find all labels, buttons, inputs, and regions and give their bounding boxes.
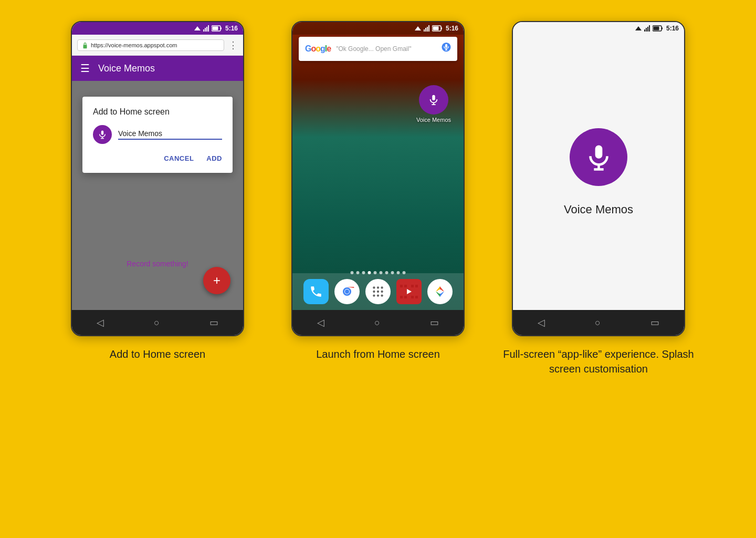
svg-rect-54 <box>644 29 645 32</box>
caption-3: Full-screen “app-like” experience. Splas… <box>499 347 698 376</box>
svg-rect-1 <box>203 29 204 32</box>
svg-rect-7 <box>212 27 218 30</box>
dock-video[interactable] <box>396 279 422 304</box>
nav-bar-2: ◁ ○ ▭ <box>292 310 464 335</box>
dialog-input-row <box>93 125 222 144</box>
svg-rect-45 <box>415 285 418 287</box>
dialog-name-input[interactable] <box>118 129 222 140</box>
dialog-app-icon <box>93 125 112 144</box>
splash-app-icon <box>570 128 627 186</box>
home-app-icon <box>419 85 448 115</box>
svg-rect-43 <box>400 285 403 287</box>
svg-rect-44 <box>400 296 403 298</box>
dock-phone[interactable] <box>303 279 329 304</box>
nav-bar-3: ◁ ○ ▭ <box>513 310 684 335</box>
dock <box>292 273 464 310</box>
wifi-icon-3 <box>635 25 642 32</box>
svg-rect-8 <box>83 45 87 48</box>
browser-bar: https://voice-memos.appspot.com ⋮ <box>72 35 243 56</box>
phone-container-2: 5:16 Google "Ok Google... Open Gmail" <box>278 21 478 361</box>
status-time-3: 5:16 <box>666 25 679 32</box>
video-icon <box>400 285 418 298</box>
wifi-icon <box>194 25 201 32</box>
menu-dots[interactable]: ⋮ <box>228 39 238 51</box>
dock-launcher[interactable] <box>365 279 391 304</box>
url-box[interactable]: https://voice-memos.appspot.com <box>77 39 224 51</box>
svg-rect-21 <box>445 44 447 47</box>
status-icons-1 <box>194 25 222 32</box>
dock-photos[interactable] <box>427 279 453 304</box>
lock-icon <box>82 42 88 49</box>
back-icon-2[interactable]: ◁ <box>317 317 324 328</box>
splash-screen: Voice Memos <box>513 35 684 310</box>
photos-icon <box>433 284 447 299</box>
dock-chrome[interactable] <box>334 279 360 304</box>
wifi-icon-2 <box>414 25 422 32</box>
svg-point-37 <box>381 291 383 293</box>
svg-rect-60 <box>653 27 659 30</box>
phone-icon <box>309 285 323 298</box>
svg-rect-57 <box>649 25 650 32</box>
microphone-search-icon <box>442 43 451 53</box>
recents-icon-2[interactable]: ▭ <box>430 317 439 328</box>
svg-rect-47 <box>404 285 407 287</box>
status-icons-3 <box>635 25 663 32</box>
svg-point-33 <box>377 286 379 288</box>
svg-point-31 <box>345 289 349 294</box>
signal-icon <box>203 25 210 32</box>
record-text: Record something! <box>127 260 188 268</box>
signal-icon-2 <box>423 25 430 32</box>
app-title-1: Voice Memos <box>98 63 155 74</box>
dialog-title: Add to Home screen <box>93 107 222 117</box>
google-search-bar[interactable]: Google "Ok Google... Open Gmail" <box>299 37 457 61</box>
svg-rect-55 <box>646 28 647 32</box>
recents-icon-1[interactable]: ▭ <box>209 317 218 328</box>
mic-search-icon[interactable] <box>442 43 451 56</box>
svg-rect-46 <box>415 296 418 298</box>
mic-icon-home <box>428 94 439 106</box>
mic-icon-splash <box>584 143 613 172</box>
phone-2: 5:16 Google "Ok Google... Open Gmail" <box>291 21 465 336</box>
svg-rect-15 <box>427 27 428 32</box>
battery-icon-3 <box>653 25 663 32</box>
svg-rect-49 <box>404 296 407 298</box>
back-icon-3[interactable]: ◁ <box>538 317 545 328</box>
home-icon-2[interactable]: ○ <box>374 317 380 328</box>
status-time-1: 5:16 <box>225 25 238 32</box>
recents-icon-3[interactable]: ▭ <box>650 317 659 328</box>
status-bar-1: 5:16 <box>72 22 243 35</box>
status-bar-3: 5:16 <box>513 22 684 35</box>
status-icons-2 <box>414 25 443 32</box>
phone-3: 5:16 Voice Memos ◁ ○ ▭ <box>512 21 685 336</box>
svg-rect-19 <box>433 27 438 30</box>
home-icon-1[interactable]: ○ <box>154 317 160 328</box>
phone-container-1: 5:16 https://voice-memos.appspot.com ⋮ ☰… <box>58 21 257 361</box>
url-text: https://voice-memos.appspot.com <box>91 42 177 48</box>
svg-rect-4 <box>208 25 209 32</box>
home-app-icon-area[interactable]: Voice Memos <box>416 85 451 123</box>
svg-marker-53 <box>635 26 642 30</box>
back-icon-1[interactable]: ◁ <box>97 317 104 328</box>
svg-rect-3 <box>206 27 207 32</box>
svg-point-36 <box>377 291 379 293</box>
svg-point-34 <box>381 286 383 288</box>
svg-point-40 <box>381 294 383 296</box>
svg-rect-18 <box>441 27 442 29</box>
home-screen: 5:16 Google "Ok Google... Open Gmail" <box>292 22 464 310</box>
svg-rect-2 <box>205 28 206 32</box>
svg-rect-16 <box>428 25 429 32</box>
splash-title: Voice Memos <box>564 203 633 216</box>
svg-marker-0 <box>194 26 201 30</box>
svg-rect-61 <box>595 145 602 158</box>
cancel-button[interactable]: CANCEL <box>164 154 194 162</box>
dialog-buttons: CANCEL ADD <box>93 154 222 162</box>
home-icon-label: Voice Memos <box>416 117 451 123</box>
home-icon-3[interactable]: ○ <box>595 317 601 328</box>
add-button[interactable]: ADD <box>206 154 222 162</box>
hamburger-icon[interactable]: ☰ <box>80 62 90 75</box>
svg-rect-50 <box>411 296 414 298</box>
add-to-homescreen-dialog: Add to Home screen <box>82 97 233 173</box>
nav-bar-1: ◁ ○ ▭ <box>72 310 243 335</box>
fab-button[interactable]: + <box>203 267 230 294</box>
phone-1: 5:16 https://voice-memos.appspot.com ⋮ ☰… <box>71 21 244 336</box>
